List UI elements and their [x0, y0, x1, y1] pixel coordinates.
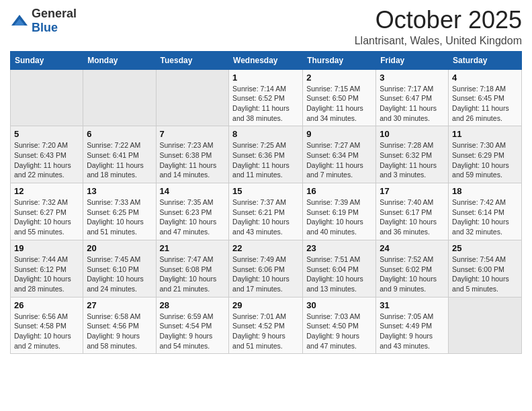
day-info: Sunrise: 7:49 AMSunset: 6:06 PMDaylight:… — [232, 255, 299, 294]
day-info: Sunrise: 7:20 AMSunset: 6:43 PMDaylight:… — [14, 140, 79, 180]
main-title: October 2025 — [355, 7, 522, 34]
day-number: 6 — [87, 129, 152, 139]
week-row-2: 5Sunrise: 7:20 AMSunset: 6:43 PMDaylight… — [11, 126, 522, 183]
calendar-cell: 15Sunrise: 7:37 AMSunset: 6:21 PMDayligh… — [229, 183, 303, 240]
day-info: Sunrise: 7:40 AMSunset: 6:17 PMDaylight:… — [380, 197, 445, 237]
day-info: Sunrise: 7:39 AMSunset: 6:19 PMDaylight:… — [306, 197, 372, 237]
day-number: 18 — [452, 186, 518, 196]
day-number: 1 — [232, 73, 299, 83]
header: General Blue October 2025 Llantrisant, W… — [10, 7, 522, 47]
day-number: 3 — [380, 73, 445, 83]
day-info: Sunrise: 7:22 AMSunset: 6:41 PMDaylight:… — [87, 140, 152, 180]
day-info: Sunrise: 7:47 AMSunset: 6:08 PMDaylight:… — [160, 255, 226, 294]
calendar-cell — [11, 69, 83, 126]
calendar-cell — [83, 69, 156, 126]
day-number: 2 — [306, 73, 372, 83]
week-row-5: 26Sunrise: 6:56 AMSunset: 4:58 PMDayligh… — [11, 297, 522, 354]
calendar-cell: 4Sunrise: 7:18 AMSunset: 6:45 PMDaylight… — [449, 69, 522, 126]
calendar-cell: 13Sunrise: 7:33 AMSunset: 6:25 PMDayligh… — [83, 183, 156, 240]
day-info: Sunrise: 7:30 AMSunset: 6:29 PMDaylight:… — [452, 140, 518, 180]
week-row-3: 12Sunrise: 7:32 AMSunset: 6:27 PMDayligh… — [11, 183, 522, 240]
calendar-cell: 30Sunrise: 7:03 AMSunset: 4:50 PMDayligh… — [303, 297, 376, 354]
subtitle: Llantrisant, Wales, United Kingdom — [355, 35, 522, 47]
day-info: Sunrise: 7:42 AMSunset: 6:14 PMDaylight:… — [452, 197, 518, 237]
day-number: 16 — [306, 186, 372, 196]
week-row-4: 19Sunrise: 7:44 AMSunset: 6:12 PMDayligh… — [11, 240, 522, 297]
calendar-cell: 31Sunrise: 7:05 AMSunset: 4:49 PMDayligh… — [376, 297, 449, 354]
day-info: Sunrise: 6:59 AMSunset: 4:54 PMDaylight:… — [160, 312, 226, 351]
day-number: 9 — [306, 129, 372, 139]
calendar-cell: 25Sunrise: 7:54 AMSunset: 6:00 PMDayligh… — [449, 240, 522, 297]
calendar-cell: 16Sunrise: 7:39 AMSunset: 6:19 PMDayligh… — [303, 183, 376, 240]
day-info: Sunrise: 7:33 AMSunset: 6:25 PMDaylight:… — [87, 197, 152, 237]
calendar-cell: 6Sunrise: 7:22 AMSunset: 6:41 PMDaylight… — [83, 126, 156, 183]
day-number: 26 — [14, 300, 79, 310]
day-info: Sunrise: 7:37 AMSunset: 6:21 PMDaylight:… — [232, 197, 299, 237]
title-block: October 2025 Llantrisant, Wales, United … — [355, 7, 522, 47]
weekday-header-monday: Monday — [83, 51, 156, 69]
calendar-cell: 19Sunrise: 7:44 AMSunset: 6:12 PMDayligh… — [11, 240, 83, 297]
day-info: Sunrise: 7:23 AMSunset: 6:38 PMDaylight:… — [160, 140, 226, 180]
day-info: Sunrise: 6:56 AMSunset: 4:58 PMDaylight:… — [14, 312, 79, 351]
day-number: 30 — [306, 300, 372, 310]
day-info: Sunrise: 7:14 AMSunset: 6:52 PMDaylight:… — [232, 84, 299, 124]
day-number: 8 — [232, 129, 299, 139]
day-number: 20 — [87, 243, 152, 253]
calendar-cell: 18Sunrise: 7:42 AMSunset: 6:14 PMDayligh… — [449, 183, 522, 240]
day-info: Sunrise: 7:45 AMSunset: 6:10 PMDaylight:… — [87, 255, 152, 294]
day-number: 15 — [232, 186, 299, 196]
day-number: 13 — [87, 186, 152, 196]
calendar-cell: 7Sunrise: 7:23 AMSunset: 6:38 PMDaylight… — [156, 126, 229, 183]
day-info: Sunrise: 7:51 AMSunset: 6:04 PMDaylight:… — [306, 255, 372, 294]
day-info: Sunrise: 7:32 AMSunset: 6:27 PMDaylight:… — [14, 197, 79, 237]
day-info: Sunrise: 7:18 AMSunset: 6:45 PMDaylight:… — [452, 84, 518, 124]
day-info: Sunrise: 6:58 AMSunset: 4:56 PMDaylight:… — [87, 312, 152, 351]
day-number: 23 — [306, 243, 372, 253]
calendar-cell: 2Sunrise: 7:15 AMSunset: 6:50 PMDaylight… — [303, 69, 376, 126]
calendar-cell: 9Sunrise: 7:27 AMSunset: 6:34 PMDaylight… — [303, 126, 376, 183]
day-info: Sunrise: 7:27 AMSunset: 6:34 PMDaylight:… — [306, 140, 372, 180]
calendar-cell: 23Sunrise: 7:51 AMSunset: 6:04 PMDayligh… — [303, 240, 376, 297]
logo-blue: Blue — [32, 21, 58, 34]
day-info: Sunrise: 7:52 AMSunset: 6:02 PMDaylight:… — [380, 255, 445, 294]
day-number: 31 — [380, 300, 445, 310]
weekday-header-row: SundayMondayTuesdayWednesdayThursdayFrid… — [11, 51, 522, 69]
day-number: 7 — [160, 129, 226, 139]
day-number: 10 — [380, 129, 445, 139]
calendar-cell: 27Sunrise: 6:58 AMSunset: 4:56 PMDayligh… — [83, 297, 156, 354]
day-info: Sunrise: 7:05 AMSunset: 4:49 PMDaylight:… — [380, 312, 445, 351]
weekday-header-friday: Friday — [376, 51, 449, 69]
day-number: 19 — [14, 243, 79, 253]
calendar-cell: 29Sunrise: 7:01 AMSunset: 4:52 PMDayligh… — [229, 297, 303, 354]
calendar-cell: 26Sunrise: 6:56 AMSunset: 4:58 PMDayligh… — [11, 297, 83, 354]
day-info: Sunrise: 7:01 AMSunset: 4:52 PMDaylight:… — [232, 312, 299, 351]
logo-general: General — [32, 7, 77, 20]
calendar-cell: 20Sunrise: 7:45 AMSunset: 6:10 PMDayligh… — [83, 240, 156, 297]
calendar-cell: 22Sunrise: 7:49 AMSunset: 6:06 PMDayligh… — [229, 240, 303, 297]
calendar-cell: 8Sunrise: 7:25 AMSunset: 6:36 PMDaylight… — [229, 126, 303, 183]
day-info: Sunrise: 7:54 AMSunset: 6:00 PMDaylight:… — [452, 255, 518, 294]
day-number: 17 — [380, 186, 445, 196]
day-number: 28 — [160, 300, 226, 310]
day-info: Sunrise: 7:03 AMSunset: 4:50 PMDaylight:… — [306, 312, 372, 351]
day-info: Sunrise: 7:25 AMSunset: 6:36 PMDaylight:… — [232, 140, 299, 180]
day-number: 27 — [87, 300, 152, 310]
day-number: 21 — [160, 243, 226, 253]
calendar-cell: 1Sunrise: 7:14 AMSunset: 6:52 PMDaylight… — [229, 69, 303, 126]
day-number: 22 — [232, 243, 299, 253]
weekday-header-tuesday: Tuesday — [156, 51, 229, 69]
weekday-header-sunday: Sunday — [11, 51, 83, 69]
day-number: 24 — [380, 243, 445, 253]
day-number: 25 — [452, 243, 518, 253]
page: General Blue October 2025 Llantrisant, W… — [0, 0, 532, 364]
calendar-cell: 5Sunrise: 7:20 AMSunset: 6:43 PMDaylight… — [11, 126, 83, 183]
day-info: Sunrise: 7:28 AMSunset: 6:32 PMDaylight:… — [380, 140, 445, 180]
week-row-1: 1Sunrise: 7:14 AMSunset: 6:52 PMDaylight… — [11, 69, 522, 126]
calendar-cell: 21Sunrise: 7:47 AMSunset: 6:08 PMDayligh… — [156, 240, 229, 297]
calendar-cell — [449, 297, 522, 354]
calendar-cell: 11Sunrise: 7:30 AMSunset: 6:29 PMDayligh… — [449, 126, 522, 183]
calendar-body: 1Sunrise: 7:14 AMSunset: 6:52 PMDaylight… — [11, 69, 522, 354]
logo: General Blue — [10, 7, 77, 35]
calendar-cell: 24Sunrise: 7:52 AMSunset: 6:02 PMDayligh… — [376, 240, 449, 297]
calendar-cell: 12Sunrise: 7:32 AMSunset: 6:27 PMDayligh… — [11, 183, 83, 240]
